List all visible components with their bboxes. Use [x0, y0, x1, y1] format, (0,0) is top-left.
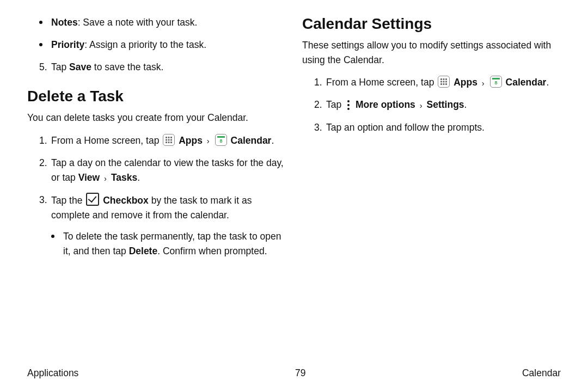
step-text: From a Home screen, tap [51, 135, 162, 146]
more-options-icon [346, 100, 351, 110]
step-number: 3. [314, 120, 322, 135]
bullet-text: : Assign a priority to the task. [84, 39, 206, 50]
delete-step-1: 1. From a Home screen, tap Apps › 8 Cale… [39, 133, 286, 148]
footer-left: Applications [27, 367, 78, 379]
settings-label: Settings [427, 99, 464, 110]
svg-rect-15 [443, 81, 445, 83]
svg-rect-3 [166, 139, 167, 140]
svg-rect-7 [168, 142, 170, 143]
calendar-icon: 8 [490, 76, 502, 88]
delete-task-steps: 1. From a Home screen, tap Apps › 8 Cale… [27, 133, 286, 259]
period: . [271, 135, 274, 146]
checkbox-icon [86, 193, 99, 206]
chevron-right-icon: › [482, 78, 485, 88]
step-number: 2. [314, 97, 322, 112]
bullet-priority: Priority: Assign a priority to the task. [51, 38, 286, 52]
svg-rect-4 [168, 139, 170, 140]
svg-rect-13 [445, 78, 447, 80]
settings-step-3: 3. Tap an option and follow the prompts. [314, 120, 561, 135]
step-number: 1. [39, 133, 47, 148]
svg-rect-19 [445, 83, 447, 85]
apps-label: Apps [179, 135, 203, 146]
task-options-bullets: Notes: Save a note with your task. Prior… [27, 15, 286, 52]
bullet-notes: Notes: Save a note with your task. [51, 15, 286, 30]
delete-step-2: 2. Tap a day on the calendar to view the… [39, 156, 286, 185]
chevron-right-icon: › [104, 174, 107, 183]
period: . [464, 99, 467, 110]
chevron-right-icon: › [420, 101, 422, 110]
delete-step-3: 3. Tap the Checkbox by the task to mark … [39, 193, 286, 259]
bullet-label: Priority [51, 39, 84, 50]
step-text: Tap the [51, 195, 85, 206]
calendar-settings-intro: These settings allow you to modify setti… [302, 38, 561, 68]
calendar-icon: 8 [215, 134, 227, 146]
bullet-text: : Save a note with your task. [78, 17, 198, 28]
delete-task-heading: Delete a Task [27, 88, 286, 105]
svg-rect-18 [443, 83, 445, 85]
save-label: Save [69, 62, 91, 72]
right-column: Calendar Settings These settings allow y… [302, 15, 561, 266]
apps-label: Apps [454, 77, 477, 88]
svg-rect-20 [492, 78, 500, 79]
svg-rect-12 [443, 78, 445, 80]
view-label: View [78, 172, 100, 183]
svg-rect-1 [168, 137, 170, 138]
svg-rect-17 [440, 83, 442, 85]
svg-rect-16 [445, 81, 447, 83]
settings-step-2: 2. Tap More options › Settings. [314, 97, 561, 112]
save-task-steps: 5. Tap Save to save the task. [27, 60, 286, 75]
svg-rect-5 [170, 139, 172, 140]
calendar-label: Calendar [231, 135, 272, 146]
period: . [137, 172, 140, 183]
calendar-settings-heading: Calendar Settings [302, 15, 561, 33]
step-5: 5. Tap Save to save the task. [39, 60, 286, 75]
svg-rect-11 [440, 78, 442, 80]
step-text: Tap an option and follow the prompts. [326, 122, 485, 133]
period: . [546, 77, 549, 88]
left-column: Notes: Save a note with your task. Prior… [27, 15, 286, 266]
step-text: to save the task. [91, 62, 163, 72]
step-number: 3. [39, 193, 47, 207]
sub-bullet-item: To delete the task permanently, tap the … [63, 229, 286, 259]
sub-text: . Confirm when prompted. [157, 246, 267, 256]
step-number: 2. [39, 156, 47, 170]
settings-step-1: 1. From a Home screen, tap Apps › 8 Cale… [314, 75, 561, 90]
step-text: Tap [326, 99, 344, 110]
delete-step-3-sub: To delete the task permanently, tap the … [51, 229, 286, 259]
apps-icon [438, 76, 450, 88]
step-text: From a Home screen, tap [326, 77, 437, 88]
svg-rect-9 [217, 136, 225, 138]
calendar-label: Calendar [506, 77, 547, 88]
step-text: Tap [51, 62, 69, 72]
svg-text:8: 8 [219, 138, 222, 144]
svg-rect-14 [440, 81, 442, 83]
svg-rect-8 [170, 142, 172, 143]
footer-page-number: 79 [295, 367, 305, 379]
chevron-right-icon: › [207, 136, 210, 145]
tasks-label: Tasks [111, 172, 137, 183]
bullet-label: Notes [51, 17, 78, 28]
delete-task-intro: You can delete tasks you create from you… [27, 111, 286, 125]
step-number: 5. [39, 60, 47, 75]
calendar-settings-steps: 1. From a Home screen, tap Apps › 8 Cale… [302, 75, 561, 134]
step-number: 1. [314, 75, 322, 90]
page-footer: Applications 79 Calendar [27, 367, 561, 379]
more-options-label: More options [356, 99, 415, 110]
svg-text:8: 8 [494, 80, 497, 85]
delete-label: Delete [129, 246, 158, 256]
checkbox-label: Checkbox [103, 195, 149, 206]
svg-rect-2 [170, 137, 172, 138]
footer-right: Calendar [522, 367, 561, 379]
svg-rect-6 [166, 142, 167, 143]
apps-icon [163, 134, 175, 146]
svg-rect-0 [166, 137, 167, 138]
